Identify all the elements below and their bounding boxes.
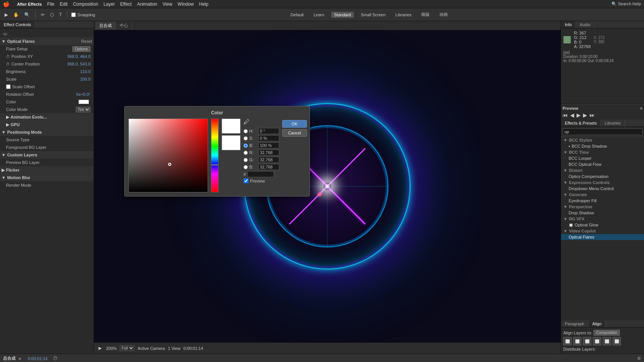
scale-offset-row[interactable]: Scale Offset (0, 83, 94, 90)
distort-header[interactable]: ▼ Distort (561, 167, 644, 173)
optical-flares-section[interactable]: ▼ Optical Flares Reset (0, 37, 94, 45)
gpu-section[interactable]: ▶ GPU (0, 121, 94, 128)
generate-header[interactable]: ▼ Generate (561, 192, 644, 198)
color-mode-row[interactable]: Color Mode Tint (0, 106, 94, 113)
menu-layer[interactable]: Layer (103, 2, 115, 7)
menu-effect[interactable]: Effect (120, 2, 131, 7)
dropdown-menu-item[interactable]: Dropdown Menu Control (561, 186, 644, 192)
align-right-btn[interactable]: ⬜ (583, 337, 591, 345)
render-mode-row[interactable]: Render Mode (0, 181, 94, 189)
source-type-row[interactable]: Source Type (0, 136, 94, 144)
bcc-looper-item[interactable]: BCC Looper (561, 155, 644, 161)
blue-input[interactable] (258, 164, 279, 170)
toolbar-shape[interactable]: ⬡ (48, 11, 55, 18)
menu-help[interactable]: Help (199, 2, 209, 7)
tab-paragraph[interactable]: Paragraph (561, 320, 588, 327)
brightness-row[interactable]: Brightness 110.0 (0, 68, 94, 75)
workspace-animation[interactable]: 动画 (436, 11, 451, 18)
scale-value[interactable]: 100.0 (80, 77, 91, 81)
workspace-learn[interactable]: Learn (311, 12, 327, 18)
eyedropper-fill-item[interactable]: Eyedropper Fill (561, 198, 644, 204)
rg-vfx-header[interactable]: ▼ RG VFX (561, 216, 644, 222)
tab-audio[interactable]: Audio (576, 21, 594, 28)
scale-row[interactable]: Scale 100.0 (0, 75, 94, 83)
eyedropper-icon[interactable]: 🖊 (244, 119, 250, 125)
rotation-offset-value[interactable]: 0x+0.0° (76, 92, 91, 97)
reset-button[interactable]: Reset (81, 39, 92, 44)
bright-input[interactable] (258, 142, 279, 148)
tab-info[interactable]: Info (561, 21, 576, 28)
comp-tab-main[interactable]: 总合成 (95, 22, 116, 30)
center-stopwatch-icon[interactable]: ⏱ (6, 62, 10, 66)
flicker-section[interactable]: ▶ Flicker (0, 166, 94, 174)
color-swatch[interactable] (78, 100, 89, 104)
workspace-standard[interactable]: Standard (331, 12, 354, 18)
animation-evolu-section[interactable]: ▶ Animation Evolu... (0, 113, 94, 121)
timeline-time-display[interactable]: 0:00:01:14 (28, 356, 47, 361)
green-input[interactable] (258, 157, 279, 163)
video-copilot-header[interactable]: ▼ Video Copilot (561, 228, 644, 234)
bcc-time-header[interactable]: ▼ BCC Time (561, 149, 644, 155)
composition-align-btn[interactable]: Composition (594, 330, 620, 335)
brightness-value[interactable]: 110.0 (80, 69, 91, 74)
comp-viewport[interactable]: Color (94, 30, 561, 342)
preview-skip-start[interactable]: ⏮ (563, 112, 568, 118)
hue-input[interactable] (258, 128, 279, 134)
timeline-loop-icon[interactable]: ⏱ (53, 356, 58, 361)
color-row[interactable]: Color (0, 98, 94, 106)
menu-composition[interactable]: Composition (73, 2, 98, 7)
tab-effects-presets[interactable]: Effects & Presets (561, 120, 601, 126)
motion-blur-section[interactable]: ▼ Motion Blur (0, 174, 94, 181)
color-gradient-picker[interactable] (128, 119, 208, 192)
toolbar-select[interactable]: ▶ (3, 11, 9, 18)
perspective-header[interactable]: ▼ Perspective (561, 204, 644, 210)
align-top-btn[interactable]: ⬜ (593, 337, 601, 345)
menu-search-help[interactable]: 🔍 Search Help (611, 2, 641, 6)
preview-play-pause[interactable]: ▶ (577, 112, 581, 118)
comp-tab-center[interactable]: 中心 (116, 22, 132, 30)
sat-input[interactable] (258, 135, 279, 141)
workspace-default[interactable]: Default (288, 12, 307, 18)
optical-glow-item[interactable]: 🔲 Optical Glow (561, 222, 644, 228)
color-mode-dropdown[interactable]: Tint (76, 107, 91, 112)
expression-controls-header[interactable]: ▼ Expression Controls (561, 179, 644, 186)
preview-step-forward[interactable]: ▶ (583, 112, 587, 118)
align-center-h-btn[interactable]: ⬜ (573, 337, 581, 345)
bcc-stylize-header[interactable]: ▼ BCC Stylize (561, 137, 644, 143)
menu-view[interactable]: View (163, 2, 172, 7)
align-center-v-btn[interactable]: ⬜ (603, 337, 611, 345)
effects-search-input[interactable] (563, 128, 642, 135)
color-hue-bar[interactable] (211, 119, 219, 192)
menu-animation[interactable]: Animation (137, 2, 157, 7)
stopwatch-icon[interactable]: ⏱ (6, 55, 10, 59)
workspace-libraries[interactable]: Libraries (392, 12, 414, 18)
toolbar-hand[interactable]: ✋ (12, 11, 20, 18)
position-xy-row[interactable]: ⏱ Position XY 968.0, 464.0 (0, 53, 94, 60)
menu-window[interactable]: Window (178, 2, 194, 7)
toolbar-zoom[interactable]: 🔍 (23, 11, 31, 18)
preview-checkbox[interactable] (244, 178, 249, 183)
optical-flares-item[interactable]: Optical Flares (561, 234, 644, 240)
ok-button[interactable]: OK (282, 120, 307, 128)
center-position-row[interactable]: ⏱ Center Position 968.0, 543.0 (0, 60, 94, 68)
bcc-drop-shadow-item[interactable]: ▪ BCC Drop Shadow (561, 143, 644, 149)
align-bottom-btn[interactable]: ⬜ (613, 337, 621, 345)
tab-align[interactable]: Align (588, 320, 605, 327)
viewport-quality[interactable]: Full (120, 345, 134, 351)
rotation-offset-row[interactable]: Rotation Offset 0x+0.0° (0, 90, 94, 98)
flare-setup-row[interactable]: Flare Setup Options (0, 45, 94, 53)
center-position-value[interactable]: 968.0, 543.0 (67, 62, 91, 66)
foreground-bg-row[interactable]: Foreground BG Layer (0, 144, 94, 151)
hue-radio[interactable] (244, 129, 248, 133)
toolbar-pen[interactable]: ✏ (39, 11, 46, 18)
custom-layers-section[interactable]: ▼ Custom Layers (0, 151, 94, 159)
viewport-play[interactable]: ▶ (97, 345, 103, 351)
green-radio[interactable] (244, 158, 248, 162)
preview-step-back[interactable]: ◀ (570, 112, 574, 118)
toolbar-text[interactable]: T (58, 11, 63, 18)
preview-bg-row[interactable]: Preview BG Layer (0, 159, 94, 166)
menu-edit[interactable]: Edit (60, 2, 68, 7)
bright-radio[interactable] (244, 144, 248, 148)
scale-offset-checkbox[interactable] (6, 84, 11, 89)
sat-radio[interactable] (244, 136, 248, 140)
